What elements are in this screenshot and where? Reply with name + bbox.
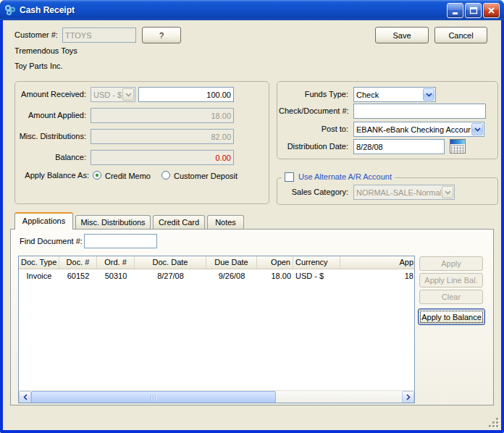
- funds-groupbox: Funds Type: Check Check/Document #: Post…: [277, 81, 498, 159]
- cell-doc-num: 60152: [59, 269, 97, 282]
- table-header: Doc. Type Doc. # Ord. # Doc. Date Due Da…: [19, 256, 414, 269]
- apply-line-bal-button: Apply Line Bal.: [419, 273, 483, 287]
- misc-distributions-label: Misc. Distributions:: [17, 129, 86, 144]
- titlebar[interactable]: Cash Receipt: [0, 0, 504, 20]
- cancel-button[interactable]: Cancel: [434, 27, 487, 43]
- currency-combo-value: USD - $: [91, 91, 122, 99]
- scroll-right-button[interactable]: [402, 391, 414, 403]
- apply-balance-as-label: Apply Balance As:: [17, 168, 89, 183]
- chevron-down-icon: [423, 88, 434, 101]
- customer-number-label: Customer #:: [14, 30, 58, 40]
- chevron-left-icon: [23, 394, 28, 400]
- customer-company-text: Toy Parts Inc.: [14, 62, 63, 71]
- cell-open: 18.00: [257, 269, 293, 282]
- amount-received-label: Amount Received:: [17, 87, 86, 102]
- column-header-doc-num[interactable]: Doc. #: [59, 256, 97, 269]
- table-row[interactable]: Invoice 60152 50310 8/27/08 9/26/08 18.0…: [19, 269, 414, 282]
- close-icon: [487, 7, 495, 14]
- calendar-icon[interactable]: [450, 139, 466, 154]
- clear-button: Clear: [419, 290, 483, 304]
- funds-type-combo[interactable]: Check: [353, 87, 436, 102]
- chevron-down-icon: [471, 123, 483, 135]
- customer-name-text: Tremendous Toys: [14, 46, 77, 56]
- cash-receipt-window: Cash Receipt Customer #: ? Save Cancel T…: [0, 0, 504, 433]
- customer-lookup-button[interactable]: ?: [142, 27, 181, 43]
- save-button[interactable]: Save: [375, 27, 429, 43]
- column-header-applied[interactable]: App: [340, 256, 415, 269]
- amounts-groupbox: Amount Received: USD - $ Amount Applied:…: [14, 81, 269, 204]
- window-body: Customer #: ? Save Cancel Tremendous Toy…: [3, 20, 501, 430]
- amount-applied-field: [91, 108, 234, 123]
- chevron-down-icon: [122, 88, 134, 101]
- sales-category-label: Sales Category:: [279, 185, 348, 200]
- amount-received-input[interactable]: [138, 87, 234, 102]
- balance-field: [91, 150, 234, 165]
- credit-memo-label: Credit Memo: [105, 172, 151, 181]
- find-document-label: Find Document #:: [20, 237, 83, 246]
- apply-button: Apply: [419, 256, 483, 271]
- cell-doc-type: Invoice: [19, 269, 59, 282]
- use-alternate-ar-label: Use Alternate A/R Account: [298, 172, 392, 182]
- minimize-button[interactable]: [447, 3, 463, 18]
- amount-applied-label: Amount Applied:: [17, 108, 86, 123]
- scroll-left-button[interactable]: [19, 391, 31, 403]
- customer-number-input[interactable]: [62, 28, 136, 43]
- funds-type-label: Funds Type:: [279, 87, 348, 102]
- credit-memo-radio[interactable]: [93, 171, 101, 180]
- app-icon: [4, 4, 16, 16]
- distribution-date-label: Distribution Date:: [279, 139, 348, 154]
- cell-currency: USD - $: [293, 269, 340, 282]
- column-header-open[interactable]: Open: [257, 256, 293, 269]
- tab-strip: Applications Misc. Distributions Credit …: [3, 213, 501, 229]
- window-title: Cash Receipt: [20, 5, 447, 15]
- apply-to-balance-button[interactable]: Apply to Balance: [418, 308, 485, 325]
- find-document-input[interactable]: [84, 234, 157, 248]
- tab-misc-distributions[interactable]: Misc. Distributions: [75, 215, 151, 229]
- applications-table: Doc. Type Doc. # Ord. # Doc. Date Due Da…: [18, 256, 415, 403]
- cell-ord-num: 50310: [97, 269, 135, 282]
- post-to-label: Post to:: [279, 122, 348, 137]
- currency-combo: USD - $: [91, 87, 135, 102]
- post-to-combo[interactable]: EBANK-eBank Checking Account: [353, 122, 484, 137]
- column-header-ord-num[interactable]: Ord. #: [97, 256, 135, 269]
- tab-applications[interactable]: Applications: [14, 212, 73, 230]
- minimize-icon: [451, 7, 460, 14]
- alternate-ar-groupbox: Use Alternate A/R Account Sales Category…: [277, 177, 498, 205]
- chevron-right-icon: [406, 394, 411, 400]
- scrollbar-thumb[interactable]: [31, 391, 276, 403]
- column-header-currency[interactable]: Currency: [293, 256, 340, 269]
- column-header-doc-type[interactable]: Doc. Type: [19, 256, 59, 269]
- chevron-down-icon: [442, 186, 453, 198]
- tab-credit-card[interactable]: Credit Card: [153, 215, 205, 229]
- post-to-combo-value: EBANK-eBank Checking Account: [354, 125, 471, 134]
- balance-label: Balance:: [17, 150, 86, 165]
- column-header-doc-date[interactable]: Doc. Date: [135, 256, 206, 269]
- misc-distributions-field: [91, 129, 234, 144]
- customer-deposit-radio[interactable]: [161, 171, 170, 180]
- check-document-label: Check/Document #:: [279, 104, 348, 119]
- applications-tab-panel: Find Document #: Doc. Type Doc. # Ord. #…: [10, 229, 494, 405]
- cell-doc-date: 8/27/08: [135, 269, 206, 282]
- use-alternate-ar-checkbox[interactable]: [285, 172, 294, 182]
- horizontal-scrollbar[interactable]: [19, 390, 414, 403]
- tab-notes[interactable]: Notes: [207, 215, 244, 229]
- close-button[interactable]: [483, 3, 500, 18]
- cell-applied: 18: [340, 269, 415, 282]
- distribution-date-input[interactable]: [353, 139, 445, 154]
- check-document-input[interactable]: [353, 104, 486, 119]
- resize-grip[interactable]: [488, 417, 500, 429]
- maximize-button[interactable]: [465, 3, 482, 18]
- funds-type-combo-value: Check: [354, 91, 422, 99]
- sales-category-combo-value: NORMAL-SALE-Normal Sale: [354, 188, 441, 197]
- customer-deposit-label: Customer Deposit: [174, 172, 238, 181]
- column-header-due-date[interactable]: Due Date: [206, 256, 257, 269]
- maximize-icon: [469, 6, 478, 14]
- cell-due-date: 9/26/08: [206, 269, 257, 282]
- sales-category-combo: NORMAL-SALE-Normal Sale: [353, 185, 455, 200]
